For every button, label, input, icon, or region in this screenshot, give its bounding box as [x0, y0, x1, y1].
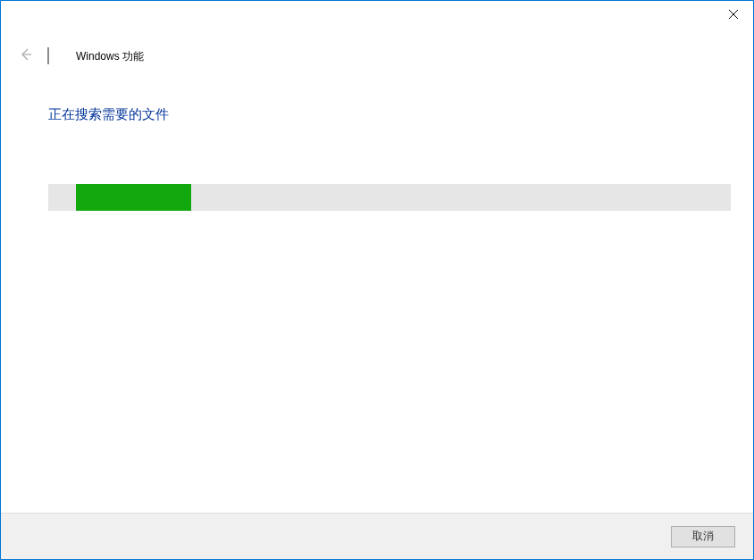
- content-area: 正在搜索需要的文件: [1, 106, 753, 211]
- app-title: Windows 功能: [76, 49, 144, 64]
- header-row: Windows 功能: [1, 47, 753, 65]
- back-arrow-icon: [18, 46, 34, 66]
- titlebar: [1, 1, 753, 29]
- footer: 取消: [1, 513, 753, 559]
- status-heading: 正在搜索需要的文件: [48, 106, 731, 123]
- close-button[interactable]: [713, 1, 753, 28]
- progress-bar: [48, 184, 731, 211]
- progress-fill: [76, 184, 192, 211]
- close-icon: [729, 6, 738, 22]
- windows-features-icon: [47, 48, 63, 64]
- back-button[interactable]: [17, 47, 35, 65]
- cancel-button[interactable]: 取消: [671, 526, 735, 547]
